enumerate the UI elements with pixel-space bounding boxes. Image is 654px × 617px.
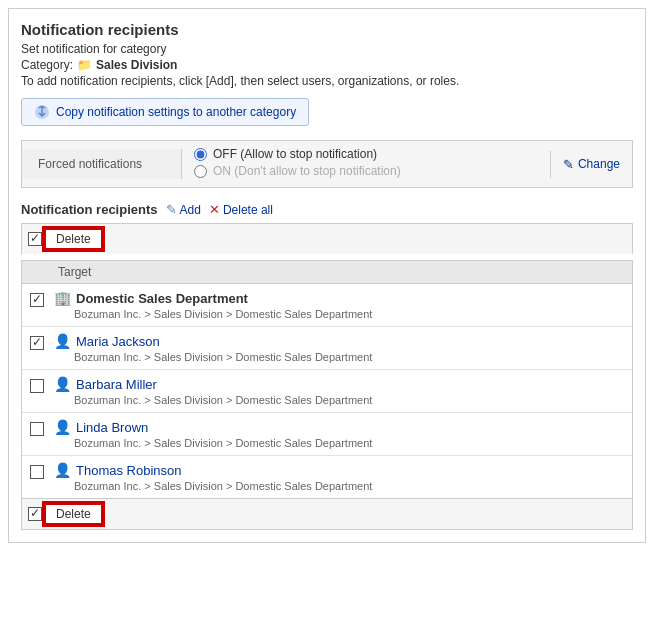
user-icon: 👤 (54, 462, 71, 478)
recipients-section-label: Notification recipients (21, 202, 158, 217)
copy-notification-button[interactable]: Copy notification settings to another ca… (21, 98, 309, 126)
forced-options: OFF (Allow to stop notification) ON (Don… (182, 141, 550, 187)
row-2-content: 👤 Maria Jackson Bozuman Inc. > Sales Div… (54, 333, 624, 363)
top-controls-row: Delete (21, 223, 633, 254)
row-2-name-text: Maria Jackson (76, 334, 160, 349)
row-5-name-text: Thomas Robinson (76, 463, 182, 478)
change-icon: ✎ (563, 157, 574, 172)
bottom-controls-row: Delete (21, 499, 633, 530)
row-4-checkbox[interactable] (30, 422, 44, 436)
table-row: 👤 Thomas Robinson Bozuman Inc. > Sales D… (22, 456, 632, 498)
user-icon: 👤 (54, 419, 71, 435)
table-row: 👤 Barbara Miller Bozuman Inc. > Sales Di… (22, 370, 632, 413)
row-2-name[interactable]: 👤 Maria Jackson (54, 333, 624, 349)
add-icon: ✎ (166, 202, 177, 217)
row-4-name-text: Linda Brown (76, 420, 148, 435)
row-3-content: 👤 Barbara Miller Bozuman Inc. > Sales Di… (54, 376, 624, 406)
category-label: Category: (21, 58, 73, 72)
row-1-checkbox[interactable] (30, 293, 44, 307)
bottom-delete-button[interactable]: Delete (44, 503, 103, 525)
recipients-table: Target 🏢 Domestic Sales Department Bozum… (21, 260, 633, 499)
top-select-all-checkbox[interactable] (28, 232, 42, 246)
forced-off-label: OFF (Allow to stop notification) (213, 147, 377, 161)
forced-on-label: ON (Don't allow to stop notification) (213, 164, 401, 178)
delete-all-icon: ✕ (209, 202, 220, 217)
row-3-name[interactable]: 👤 Barbara Miller (54, 376, 624, 392)
row-5-checkbox[interactable] (30, 465, 44, 479)
user-icon: 👤 (54, 333, 71, 349)
row-5-path: Bozuman Inc. > Sales Division > Domestic… (54, 480, 624, 492)
row-4-name[interactable]: 👤 Linda Brown (54, 419, 624, 435)
copy-icon (34, 104, 50, 120)
user-icon: 👤 (54, 376, 71, 392)
forced-notifications-label: Forced notifications (22, 149, 182, 179)
org-icon: 🏢 (54, 290, 71, 306)
category-icon: 📁 (77, 58, 92, 72)
forced-off-row: OFF (Allow to stop notification) (194, 147, 538, 161)
delete-all-link[interactable]: ✕ Delete all (209, 202, 273, 217)
add-label: Add (180, 203, 201, 217)
row-1-path: Bozuman Inc. > Sales Division > Domestic… (54, 308, 624, 320)
row-3-checkbox[interactable] (30, 379, 44, 393)
row-3-path: Bozuman Inc. > Sales Division > Domestic… (54, 394, 624, 406)
row-1-name-text: Domestic Sales Department (76, 291, 248, 306)
row-1-name: 🏢 Domestic Sales Department (54, 290, 624, 306)
instruction-text: To add notification recipients, click [A… (21, 74, 633, 88)
row-5-content: 👤 Thomas Robinson Bozuman Inc. > Sales D… (54, 462, 624, 492)
forced-notifications-section: Forced notifications OFF (Allow to stop … (21, 140, 633, 188)
forced-off-radio[interactable] (194, 148, 207, 161)
category-line: Category: 📁 Sales Division (21, 58, 633, 72)
table-header: Target (22, 261, 632, 284)
delete-all-label: Delete all (223, 203, 273, 217)
add-link[interactable]: ✎ Add (166, 202, 201, 217)
row-2-checkbox[interactable] (30, 336, 44, 350)
row-4-content: 👤 Linda Brown Bozuman Inc. > Sales Divis… (54, 419, 624, 449)
forced-on-radio[interactable] (194, 165, 207, 178)
bottom-select-all-checkbox[interactable] (28, 507, 42, 521)
table-row: 👤 Linda Brown Bozuman Inc. > Sales Divis… (22, 413, 632, 456)
subtitle: Set notification for category (21, 42, 633, 56)
target-column-header: Target (58, 265, 91, 279)
row-1-content: 🏢 Domestic Sales Department Bozuman Inc.… (54, 290, 624, 320)
page-title: Notification recipients (21, 21, 633, 38)
top-delete-button[interactable]: Delete (44, 228, 103, 250)
row-2-path: Bozuman Inc. > Sales Division > Domestic… (54, 351, 624, 363)
forced-on-row: ON (Don't allow to stop notification) (194, 164, 538, 178)
change-label: Change (578, 157, 620, 171)
row-4-path: Bozuman Inc. > Sales Division > Domestic… (54, 437, 624, 449)
row-5-name[interactable]: 👤 Thomas Robinson (54, 462, 624, 478)
table-row: 👤 Maria Jackson Bozuman Inc. > Sales Div… (22, 327, 632, 370)
forced-change-button[interactable]: ✎ Change (550, 151, 632, 178)
section-header: Notification recipients ✎ Add ✕ Delete a… (21, 202, 633, 217)
row-3-name-text: Barbara Miller (76, 377, 157, 392)
table-row: 🏢 Domestic Sales Department Bozuman Inc.… (22, 284, 632, 327)
category-name: Sales Division (96, 58, 177, 72)
copy-button-label: Copy notification settings to another ca… (56, 105, 296, 119)
